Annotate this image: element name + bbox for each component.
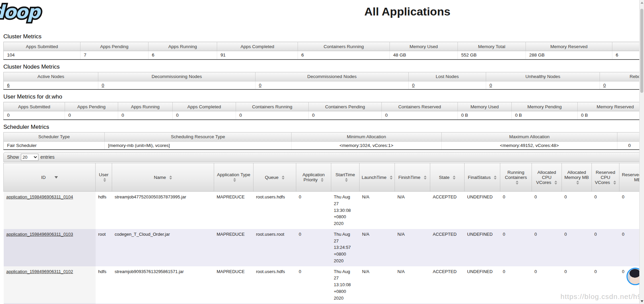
col-header-launchtime[interactable]: LaunchTime (360, 163, 395, 192)
col-header-running-containers[interactable]: Running Containers (500, 163, 532, 192)
value-scheduler-type: Fair Scheduler (4, 141, 105, 150)
col-header-apps-running: Apps Running (148, 42, 217, 51)
cluster-metrics-row: 104 7 6 91 6 48 GB 552 GB 288 GB 6 (4, 51, 644, 60)
hadoop-logo-text: doop (0, 1, 40, 23)
sort-icon (516, 181, 518, 185)
table-row: application_1598496906311_0103 root code… (4, 229, 644, 266)
col-header-apps-submitted: Apps Submitted (4, 42, 80, 51)
cell-user: hdfs (96, 266, 112, 304)
show-label: Show (7, 154, 19, 160)
user-metrics-row: 0 0 0 0 0 0 0 0 B 0 B 0 B (4, 111, 644, 120)
value-apps-submitted: 104 (4, 51, 80, 60)
col-header-finishtime[interactable]: FinishTime (395, 163, 430, 192)
scroll-up-arrow-icon[interactable] (641, 2, 643, 4)
decommissioned-nodes-link[interactable]: 0 (259, 83, 262, 88)
cell-reserved-cpu-vcores: 0 (592, 229, 619, 266)
col-header-decommissioning-nodes: Decommissioning Nodes (98, 72, 256, 81)
application-link[interactable]: application_1598496906311_0104 (6, 194, 73, 199)
value-maximum-allocation: <memory:49152, vCores:48> (442, 141, 617, 150)
lost-nodes-link[interactable]: 0 (412, 83, 415, 88)
entries-label: entries (40, 154, 55, 160)
scroll-down-arrow-icon[interactable] (641, 300, 643, 302)
cell-starttime: Thu Aug 27 13:24:57 +0800 2020 (331, 229, 360, 266)
col-header-state[interactable]: State (430, 163, 465, 192)
sort-icon (576, 181, 579, 185)
cell-launchtime: N/A (360, 192, 395, 229)
value-apps-completed: 0 (173, 111, 236, 120)
col-header-reserved-cpu-vcores[interactable]: Reserved CPU VCores (592, 163, 619, 192)
application-link[interactable]: application_1598496906311_0102 (6, 269, 73, 274)
cell-allocated-memory-mb: 0 (562, 229, 592, 266)
cell-reserved-cpu-vcores: 0 (592, 192, 619, 229)
active-nodes-link[interactable]: 6 (7, 83, 10, 88)
col-header-apps-pending: Apps Pending (80, 42, 148, 51)
scheduler-metrics-row: Fair Scheduler [memory-mb (unit=Mi), vco… (4, 141, 644, 150)
cluster-metrics-heading: Cluster Metrics (3, 33, 644, 40)
cell-user: hdfs (96, 192, 112, 229)
title-band: All Applications (0, 0, 644, 18)
cell-finalstatus: UNDEFINED (465, 229, 500, 266)
sort-icon (169, 176, 172, 180)
hadoop-logo[interactable]: doop doop (0, 1, 65, 25)
vertical-scrollbar[interactable] (639, 0, 644, 304)
cell-application-type: MAPREDUCE (214, 266, 253, 304)
col-header-starttime[interactable]: StartTime (331, 163, 360, 192)
col-header-application-priority[interactable]: Application Priority (296, 163, 331, 192)
col-header-apps-running: Apps Running (118, 102, 173, 111)
cell-finalstatus: UNDEFINED (465, 266, 500, 304)
col-header-memory-reserved: Memory Reserved (526, 42, 612, 51)
cluster-nodes-metrics-row: 6 0 0 0 0 0 (4, 81, 644, 89)
sort-icon (554, 181, 557, 185)
col-header-apps-pending: Apps Pending (65, 102, 118, 111)
col-header-queue[interactable]: Queue (253, 163, 296, 192)
col-header-apps-completed: Apps Completed (217, 42, 298, 51)
page-title: All Applications (0, 5, 644, 18)
cell-finishtime: N/A (395, 229, 430, 266)
sort-icon (233, 178, 236, 182)
cell-starttime: Thu Aug 27 13:30:08 +0800 2020 (331, 192, 360, 229)
application-link[interactable]: application_1598496906311_0103 (6, 232, 73, 237)
cell-running-containers: 0 (500, 229, 532, 266)
value-memory-total: 552 GB (458, 51, 526, 60)
col-header-unhealthy-nodes: Unhealthy Nodes (486, 72, 600, 81)
cell-application-priority: 0 (296, 266, 331, 304)
col-header-containers-pending: Containers Pending (309, 102, 382, 111)
value-containers-running: 6 (298, 51, 390, 60)
rebooted-nodes-link[interactable]: 0 (603, 83, 606, 88)
cell-id: application_1598496906311_0102 (4, 266, 96, 304)
cluster-nodes-metrics-heading: Cluster Nodes Metrics (3, 63, 644, 70)
table-length-toolbar: Show 20 entries (3, 152, 644, 162)
col-header-application-type[interactable]: Application Type (214, 163, 253, 192)
col-header-name[interactable]: Name (112, 163, 214, 192)
cell-queue: root.users.hdfs (253, 192, 296, 229)
sort-descending-icon (55, 176, 58, 179)
cell-state: ACCEPTED (430, 229, 465, 266)
col-header-allocated-memory-mb[interactable]: Allocated Memory MB (562, 163, 592, 192)
col-header-user[interactable]: User (96, 163, 112, 192)
col-header-scheduling-resource-type: Scheduling Resource Type (105, 132, 292, 141)
col-header-finalstatus[interactable]: FinalStatus (465, 163, 500, 192)
col-header-containers-running: Containers Running (236, 102, 309, 111)
cell-launchtime: N/A (360, 266, 395, 304)
cell-state: ACCEPTED (430, 266, 465, 304)
decommissioning-nodes-link[interactable]: 0 (102, 83, 104, 88)
col-header-id[interactable]: ID (4, 163, 96, 192)
cell-name: codegen_T_Cloud_Order.jar (112, 229, 214, 266)
col-header-lost-nodes: Lost Nodes (409, 72, 486, 81)
cell-starttime: Thu Aug 27 13:10:08 +0800 2020 (331, 266, 360, 304)
value-apps-pending: 0 (65, 111, 118, 120)
sort-icon (390, 176, 393, 180)
col-header-minimum-allocation: Minimum Allocation (292, 132, 442, 141)
cell-queue: root.users.hdfs (253, 266, 296, 304)
sort-icon (424, 176, 427, 180)
value-memory-used: 48 GB (390, 51, 458, 60)
cell-allocated-cpu-vcores: 0 (532, 229, 562, 266)
col-header-memory-total: Memory Total (458, 42, 526, 51)
col-header-allocated-cpu-vcores[interactable]: Allocated CPU VCores (532, 163, 562, 192)
table-row: application_1598496906311_0102 hdfs stre… (4, 266, 644, 304)
page-size-select[interactable]: 20 (21, 154, 38, 161)
user-metrics-heading: User Metrics for dr.who (3, 93, 644, 100)
unhealthy-nodes-link[interactable]: 0 (489, 83, 492, 88)
col-header-memory-reserved: Memory Reserved (578, 102, 644, 111)
scrollbar-thumb[interactable] (640, 9, 643, 93)
